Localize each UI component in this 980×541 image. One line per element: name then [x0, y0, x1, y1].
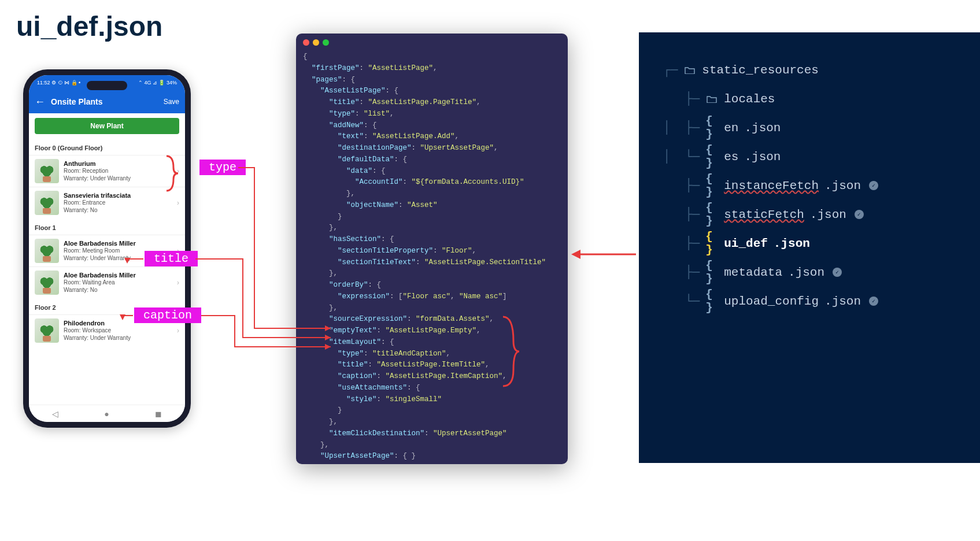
nav-recent-icon[interactable]: ◼ — [155, 409, 162, 418]
tree-file[interactable]: ├─{ }ui_def.json — [663, 229, 968, 258]
item-caption: Room: Waiting AreaWarranty: No — [64, 279, 172, 294]
synced-check-icon: ✓ — [869, 297, 878, 306]
tree-connector: ├─ — [663, 265, 700, 279]
plant-thumbnail — [35, 159, 59, 183]
plant-list: Floor 0 (Ground Floor)AnthuriumRoom: Rec… — [29, 139, 185, 405]
list-item[interactable]: AnthuriumRoom: ReceptionWarranty: Under … — [29, 155, 185, 187]
item-caption: Room: ReceptionWarranty: Under Warranty — [64, 167, 172, 182]
tree-item-name: locales — [724, 92, 775, 106]
code-window: { "firstPage": "AssetListPage", "pages":… — [296, 34, 568, 464]
app-title: Onsite Plants — [51, 97, 158, 106]
tree-item-ext: .json — [824, 179, 861, 192]
android-navbar: ◁ ● ◼ — [29, 405, 185, 422]
tree-item-ext: .json — [744, 121, 781, 135]
tree-connector: ├─ — [663, 92, 700, 106]
section-header: Floor 0 (Ground Floor) — [29, 139, 185, 155]
save-button[interactable]: Save — [164, 98, 179, 106]
item-title: Aloe Barbadensis Miller — [64, 240, 172, 247]
callout-title: title — [145, 251, 198, 266]
zoom-dot-icon — [323, 39, 329, 46]
tree-connector: ┌─ — [663, 63, 678, 77]
folder-icon — [683, 66, 696, 74]
tree-item-name: en — [724, 121, 738, 135]
tree-item-name: metadata — [724, 266, 782, 279]
nav-back-icon[interactable]: ◁ — [52, 409, 58, 418]
tree-file[interactable]: ├─{ }instanceFetch.json✓ — [663, 171, 968, 200]
tree-item-name: static_resources — [702, 64, 819, 77]
synced-check-icon: ✓ — [855, 210, 864, 219]
app-bar: ← Onsite Plants Save — [29, 90, 185, 113]
minimize-dot-icon — [313, 39, 319, 46]
page-title: ui_def.json — [16, 10, 162, 42]
item-title: Sansevieria trifasciata — [64, 192, 172, 199]
tree-item-ext: .json — [824, 295, 861, 308]
back-icon[interactable]: ← — [35, 96, 45, 108]
json-file-icon: { } — [705, 143, 718, 170]
close-dot-icon — [303, 39, 309, 46]
phone-mockup: 11:52 ⚙ ⏲ ⋈ 🔒 • ⌃ 4G ⊿ 🔋 34% ← Onsite Pl… — [23, 69, 191, 428]
section-header: Floor 1 — [29, 218, 185, 235]
tree-item-ext: .json — [774, 237, 810, 250]
tree-file[interactable]: └─{ }upload_config.json✓ — [663, 287, 968, 316]
tree-item-ext: .json — [788, 266, 824, 279]
callout-caption: caption — [134, 307, 201, 323]
json-file-icon: { } — [705, 172, 718, 199]
synced-check-icon: ✓ — [833, 268, 842, 277]
statusbar-right: ⌃ 4G ⊿ 🔋 34% — [138, 80, 177, 86]
json-file-icon: { } — [705, 288, 718, 314]
json-file-icon: { } — [705, 259, 718, 286]
list-item[interactable]: Sansevieria trifasciataRoom: EntranceWar… — [29, 187, 185, 218]
tree-connector: ├─ — [663, 236, 700, 250]
list-item[interactable]: Aloe Barbadensis MillerRoom: Waiting Are… — [29, 266, 185, 298]
tree-item-name: staticFetch — [724, 208, 804, 221]
tree-connector: │ └─ — [663, 150, 700, 164]
synced-check-icon: ✓ — [869, 181, 878, 190]
tree-folder[interactable]: ┌─static_resources — [663, 55, 968, 84]
item-title: Aloe Barbadensis Miller — [64, 272, 172, 279]
folder-icon — [705, 95, 718, 103]
tree-connector: ├─ — [663, 179, 700, 192]
tree-folder[interactable]: ├─locales — [663, 84, 968, 113]
svg-marker-5 — [571, 250, 580, 259]
tree-item-name: upload_config — [724, 295, 819, 308]
nav-home-icon[interactable]: ● — [104, 409, 109, 418]
tree-connector: │ ├─ — [663, 121, 700, 135]
tree-item-ext: .json — [744, 150, 781, 164]
tree-connector: └─ — [663, 294, 700, 308]
item-title: Anthurium — [64, 160, 172, 167]
phone-notch — [87, 81, 127, 90]
code-content: { "firstPage": "AssetListPage", "pages":… — [296, 51, 568, 464]
item-caption: Room: WorkspaceWarranty: Under Warranty — [64, 327, 172, 342]
json-file-icon: { } — [705, 201, 718, 228]
tree-item-name: es — [724, 150, 738, 164]
json-file-icon: { } — [705, 230, 718, 257]
tree-file[interactable]: ├─{ }metadata.json✓ — [663, 258, 968, 287]
tree-file[interactable]: │ └─{ }es.json — [663, 142, 968, 171]
tree-item-ext: .json — [810, 208, 846, 221]
item-caption: Room: EntranceWarranty: No — [64, 199, 172, 214]
tree-file[interactable]: │ ├─{ }en.json — [663, 113, 968, 142]
plant-thumbnail — [35, 270, 59, 295]
tree-file[interactable]: ├─{ }staticFetch.json✓ — [663, 200, 968, 229]
tree-item-name: instanceFetch — [724, 179, 819, 192]
callout-type: type — [199, 160, 246, 175]
json-file-icon: { } — [705, 114, 718, 141]
chevron-right-icon: › — [177, 199, 179, 207]
chevron-right-icon: › — [177, 327, 179, 335]
chevron-right-icon: › — [177, 167, 179, 175]
plant-thumbnail — [35, 191, 59, 215]
traffic-lights — [296, 34, 568, 51]
tree-connector: ├─ — [663, 207, 700, 221]
tree-item-name: ui_def — [724, 237, 768, 250]
new-plant-button[interactable]: New Plant — [35, 118, 179, 134]
file-tree-panel: ┌─static_resources ├─locales│ ├─{ }en.js… — [639, 32, 980, 463]
statusbar-left: 11:52 ⚙ ⏲ ⋈ 🔒 • — [37, 80, 80, 86]
plant-thumbnail — [35, 318, 59, 343]
plant-thumbnail — [35, 239, 59, 263]
chevron-right-icon: › — [177, 279, 179, 287]
